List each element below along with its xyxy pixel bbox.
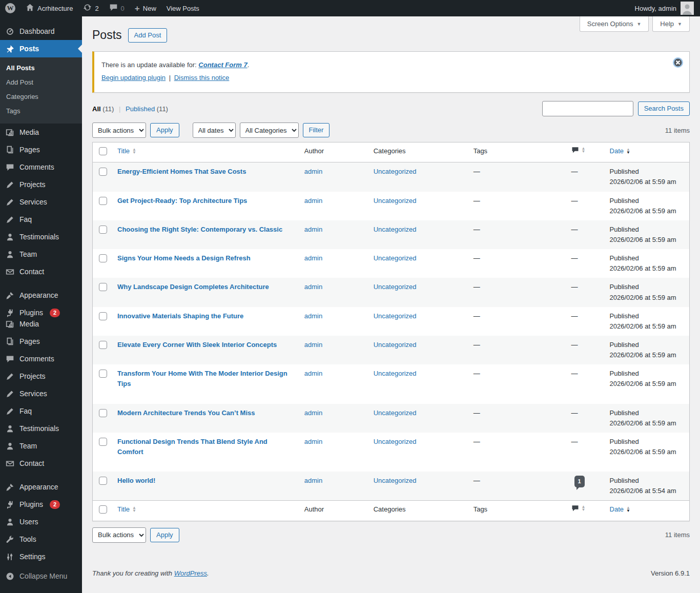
post-title-link[interactable]: Functional Design Trends That Blend Styl… — [117, 438, 267, 456]
sort-comments-header[interactable]: ▲▼ — [571, 504, 586, 512]
avatar[interactable] — [681, 2, 694, 15]
comments-menu[interactable]: 0 — [104, 0, 130, 16]
sidebar-item-services[interactable]: Services — [0, 385, 82, 402]
category-link[interactable]: Uncategorized — [374, 197, 417, 205]
filter-all-link[interactable]: All (11) — [92, 105, 114, 113]
sidebar-item-faq[interactable]: Faq — [0, 211, 82, 228]
categories-filter-select[interactable]: All Categories — [240, 122, 299, 138]
filter-button[interactable]: Filter — [303, 123, 330, 137]
screen-options-button[interactable]: Screen Options ▼ — [580, 16, 649, 32]
add-post-button[interactable]: Add Post — [128, 28, 168, 43]
submenu-item-categories[interactable]: Categories — [0, 90, 82, 104]
apply-button[interactable]: Apply — [150, 528, 179, 542]
sidebar-item-settings[interactable]: Settings — [0, 548, 82, 565]
sidebar-item-plugins[interactable]: Plugins 2 — [0, 496, 82, 513]
post-title-link[interactable]: Modern Architecture Trends You Can’t Mis… — [117, 409, 255, 417]
sidebar-item-media[interactable]: Media — [0, 124, 82, 141]
author-link[interactable]: admin — [304, 438, 322, 445]
search-posts-button[interactable]: Search Posts — [638, 101, 690, 116]
apply-button[interactable]: Apply — [150, 123, 179, 137]
category-link[interactable]: Uncategorized — [374, 341, 417, 349]
sidebar-item-users[interactable]: Users — [0, 513, 82, 530]
sidebar-item-appearance[interactable]: Appearance — [0, 478, 82, 496]
category-link[interactable]: Uncategorized — [374, 409, 417, 417]
select-post-checkbox[interactable] — [99, 283, 107, 291]
sidebar-item-faq[interactable]: Faq — [0, 402, 82, 420]
updates-menu[interactable]: 2 — [78, 0, 104, 16]
post-title-link[interactable]: Choosing the Right Style: Contemporary v… — [117, 226, 282, 233]
select-post-checkbox[interactable] — [99, 341, 107, 349]
sort-comments-header[interactable]: ▲▼ — [571, 146, 586, 154]
select-post-checkbox[interactable] — [99, 438, 107, 446]
select-post-checkbox[interactable] — [99, 370, 107, 378]
post-title-link[interactable]: Transform Your Home With The Moder Inter… — [117, 370, 287, 387]
select-post-checkbox[interactable] — [99, 477, 107, 485]
post-title-link[interactable]: Get Project-Ready: Top Architecture Tips — [117, 197, 247, 205]
bulk-actions-select[interactable]: Bulk actions — [92, 122, 146, 138]
submenu-item-all-posts[interactable]: All Posts — [0, 61, 82, 75]
filter-published-link[interactable]: Published (11) — [126, 105, 168, 113]
sidebar-item-testimonials[interactable]: Testimonials — [0, 228, 82, 246]
author-link[interactable]: admin — [304, 341, 322, 349]
howdy-account-menu[interactable]: Howdy, admin — [635, 5, 676, 12]
view-posts-menu[interactable]: View Posts — [161, 0, 204, 16]
sidebar-item-pages[interactable]: Pages — [0, 141, 82, 158]
new-menu[interactable]: + New — [130, 0, 161, 16]
sidebar-item-team[interactable]: Team — [0, 437, 82, 455]
category-link[interactable]: Uncategorized — [374, 438, 417, 445]
select-post-checkbox[interactable] — [99, 312, 107, 320]
author-link[interactable]: admin — [304, 312, 322, 320]
sidebar-item-contact[interactable]: Contact — [0, 263, 82, 280]
author-link[interactable]: admin — [304, 226, 322, 233]
sort-date-header[interactable]: Date▲▼ — [610, 146, 630, 156]
author-link[interactable]: admin — [304, 477, 322, 484]
select-post-checkbox[interactable] — [99, 197, 107, 205]
sidebar-item-team[interactable]: Team — [0, 246, 82, 263]
select-all-checkbox[interactable] — [99, 147, 107, 155]
sidebar-item-services[interactable]: Services — [0, 193, 82, 211]
select-post-checkbox[interactable] — [99, 409, 107, 417]
dismiss-notice-button[interactable] — [672, 56, 684, 69]
sidebar-item-testimonials[interactable]: Testimonials — [0, 420, 82, 437]
select-post-checkbox[interactable] — [99, 168, 107, 176]
wordpress-link[interactable]: WordPress — [174, 569, 207, 577]
category-link[interactable]: Uncategorized — [374, 254, 417, 262]
post-title-link[interactable]: Innovative Materials Shaping the Future — [117, 312, 243, 320]
category-link[interactable]: Uncategorized — [374, 370, 417, 377]
post-title-link[interactable]: Energy-Efficient Homes That Save Costs — [117, 168, 246, 175]
category-link[interactable]: Uncategorized — [374, 477, 417, 484]
sidebar-item-comments[interactable]: Comments — [0, 350, 82, 367]
sidebar-item-tools[interactable]: Tools — [0, 530, 82, 548]
post-title-link[interactable]: Why Landscape Design Completes Architect… — [117, 283, 269, 291]
dates-filter-select[interactable]: All dates — [193, 122, 236, 138]
sidebar-item-projects[interactable]: Projects — [0, 176, 82, 193]
sidebar-item-pages[interactable]: Pages — [0, 333, 82, 350]
contact-form-7-link[interactable]: Contact Form 7 — [198, 61, 247, 69]
comment-count-badge[interactable]: 1 — [574, 476, 585, 487]
author-link[interactable]: admin — [304, 254, 322, 262]
author-link[interactable]: admin — [304, 283, 322, 291]
sort-title-header[interactable]: Title▲▼ — [117, 146, 136, 156]
submenu-item-tags[interactable]: Tags — [0, 104, 82, 118]
bulk-actions-select[interactable]: Bulk actions — [92, 527, 146, 543]
category-link[interactable]: Uncategorized — [374, 312, 417, 320]
author-link[interactable]: admin — [304, 168, 322, 175]
search-input[interactable] — [542, 101, 633, 116]
sidebar-item-appearance[interactable]: Appearance — [0, 287, 82, 304]
category-link[interactable]: Uncategorized — [374, 226, 417, 233]
sort-date-header[interactable]: Date▲▼ — [610, 504, 630, 515]
author-link[interactable]: admin — [304, 370, 322, 377]
begin-updating-plugin-link[interactable]: Begin updating plugin — [101, 74, 166, 81]
submenu-item-add-post[interactable]: Add Post — [0, 75, 82, 90]
dismiss-this-notice-link[interactable]: Dismiss this notice — [174, 74, 230, 81]
site-name-menu[interactable]: Acrhitecture — [20, 0, 78, 16]
select-all-checkbox[interactable] — [99, 505, 107, 514]
sidebar-item-projects[interactable]: Projects — [0, 367, 82, 385]
sidebar-item-contact[interactable]: Contact — [0, 455, 82, 472]
post-title-link[interactable]: Signs Your Home Needs a Design Refresh — [117, 254, 251, 262]
help-button[interactable]: Help ▼ — [652, 16, 690, 32]
category-link[interactable]: Uncategorized — [374, 283, 417, 291]
select-post-checkbox[interactable] — [99, 254, 107, 262]
sidebar-item-collapse-menu[interactable]: Collapse Menu — [0, 567, 82, 585]
sidebar-item-dashboard[interactable]: Dashboard — [0, 23, 82, 40]
